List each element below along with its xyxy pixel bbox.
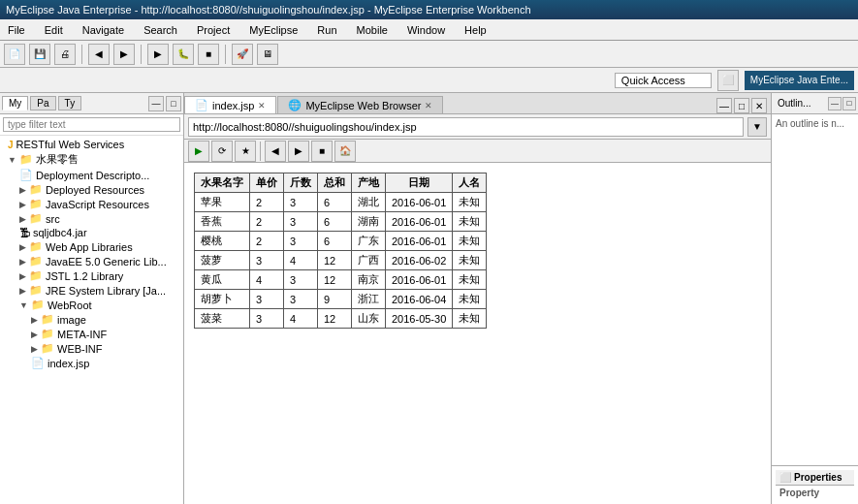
- quick-access-input[interactable]: Quick Access: [615, 73, 712, 88]
- browser-run-btn[interactable]: ▶: [188, 141, 209, 162]
- tab-close-browser[interactable]: ✕: [425, 101, 432, 110]
- cell-5-0: 胡萝卜: [195, 290, 250, 309]
- editor-minimize[interactable]: —: [716, 98, 732, 113]
- title-text: MyEclipse Java Enterprise - http://local…: [6, 4, 531, 16]
- outline-content: An outline is n...: [772, 114, 858, 133]
- menu-help[interactable]: Help: [461, 23, 491, 37]
- tree-item-webroot[interactable]: ▼ 📁 WebRoot: [0, 298, 183, 312]
- cell-6-2: 4: [284, 309, 318, 329]
- panel-maximize[interactable]: □: [166, 96, 181, 111]
- panel-minimize[interactable]: —: [148, 96, 164, 111]
- browser-bar: ▼: [184, 114, 771, 140]
- expand-arrow10: ▶: [31, 315, 38, 325]
- toolbar-run[interactable]: ▶: [147, 44, 169, 65]
- browser-fav[interactable]: ★: [235, 141, 256, 162]
- toolbar-save[interactable]: 💾: [29, 44, 50, 65]
- menu-window[interactable]: Window: [403, 23, 449, 37]
- table-row: 菠萝3412广西2016-06-02未知: [195, 251, 487, 270]
- expand-arrow7: ▶: [19, 271, 26, 281]
- col-name: 水果名字: [195, 173, 250, 193]
- right-maximize[interactable]: □: [842, 97, 856, 110]
- content-area: 水果名字 单价 斤数 总和 产地 日期 人名 苹果236湖北2016-06-01…: [184, 163, 771, 504]
- quick-access-label: Quick Access: [621, 75, 685, 86]
- url-input[interactable]: [188, 117, 744, 137]
- cell-0-3: 6: [318, 193, 352, 212]
- browser-refresh[interactable]: ⟳: [211, 141, 233, 162]
- editor-maximize[interactable]: □: [734, 98, 749, 113]
- browser-stop[interactable]: ■: [311, 141, 333, 162]
- cell-3-2: 4: [284, 251, 318, 270]
- col-person: 人名: [453, 173, 487, 193]
- tree-item-deployment[interactable]: 📄 Deployment Descripto...: [0, 168, 183, 182]
- tree-item-js[interactable]: ▶ 📁 JavaScript Resources: [0, 197, 183, 211]
- tab-ty[interactable]: Ty: [58, 96, 82, 110]
- tab-browser[interactable]: 🌐 MyEclipse Web Browser ✕: [277, 96, 443, 113]
- tree-item-jar[interactable]: 🗜 sqljdbc4.jar: [0, 226, 183, 239]
- toolbar-debug[interactable]: 🐛: [173, 44, 194, 65]
- cell-4-6: 未知: [453, 270, 487, 290]
- cell-2-4: 广东: [352, 232, 386, 251]
- folder-icon12: 📁: [41, 342, 54, 355]
- expand-arrow12: ▶: [31, 344, 38, 354]
- col-origin: 产地: [352, 173, 386, 193]
- expand-arrow3: ▶: [19, 200, 26, 209]
- table-row: 香蕉236湖南2016-06-01未知: [195, 212, 487, 232]
- toolbar-deploy[interactable]: 🚀: [232, 44, 253, 65]
- editor-close[interactable]: ✕: [751, 98, 767, 113]
- toolbar-fwd[interactable]: ▶: [113, 44, 135, 65]
- menu-mobile[interactable]: Mobile: [353, 23, 392, 37]
- tab-pa[interactable]: Pa: [30, 96, 55, 110]
- tab-close-jsp[interactable]: ✕: [258, 101, 266, 110]
- tree-item-shuiguo[interactable]: ▼ 📁 水果零售: [0, 151, 183, 168]
- cell-1-0: 香蕉: [195, 212, 250, 232]
- cell-3-1: 3: [250, 251, 284, 270]
- browser-fwd-btn[interactable]: ▶: [288, 141, 309, 162]
- toolbar-back[interactable]: ◀: [88, 44, 110, 65]
- table-row: 胡萝卜339浙江2016-06-04未知: [195, 290, 487, 309]
- menu-myeclipse[interactable]: MyEclipse: [245, 23, 302, 37]
- tree-item-jstl[interactable]: ▶ 📁 JSTL 1.2 Library: [0, 268, 183, 283]
- toolbar-new[interactable]: 📄: [4, 44, 25, 65]
- menu-search[interactable]: Search: [140, 23, 181, 37]
- browser-home[interactable]: 🏠: [334, 141, 356, 162]
- folder-icon2: 📁: [29, 183, 43, 196]
- tab-indexjsp[interactable]: 📄 index.jsp ✕: [184, 96, 276, 113]
- jsp-icon: 📄: [31, 357, 45, 369]
- toolbar-server[interactable]: 🖥: [257, 44, 278, 65]
- expand-arrow8: ▶: [19, 286, 26, 296]
- tree-item-webapp[interactable]: ▶ 📁 Web App Libraries: [0, 239, 183, 254]
- data-table: 水果名字 单价 斤数 总和 产地 日期 人名 苹果236湖北2016-06-01…: [194, 173, 487, 329]
- tree-item-restful[interactable]: J RESTful Web Services: [0, 138, 183, 151]
- menu-project[interactable]: Project: [193, 23, 234, 37]
- toolbar-print[interactable]: 🖨: [54, 44, 76, 65]
- browser-dropdown[interactable]: ▼: [747, 117, 767, 137]
- cell-3-0: 菠萝: [195, 251, 250, 270]
- outline-tab[interactable]: Outlin...: [774, 97, 814, 110]
- cell-6-0: 菠菜: [195, 309, 250, 329]
- menu-run[interactable]: Run: [313, 23, 340, 37]
- tree-item-deployed[interactable]: ▶ 📁 Deployed Resources: [0, 182, 183, 197]
- browser-back[interactable]: ◀: [265, 141, 286, 162]
- menu-navigate[interactable]: Navigate: [79, 23, 128, 37]
- cell-3-5: 2016-06-02: [386, 251, 453, 270]
- cell-4-0: 黄瓜: [195, 270, 250, 290]
- java-icon: J: [8, 140, 14, 150]
- tree-item-webinf[interactable]: ▶ 📁 WEB-INF: [0, 341, 183, 356]
- tree-item-meta[interactable]: ▶ 📁 META-INF: [0, 327, 183, 341]
- tree-item-jre[interactable]: ▶ 📁 JRE System Library [Ja...: [0, 283, 183, 298]
- filter-input[interactable]: [3, 117, 180, 132]
- col-weight: 斤数: [284, 173, 318, 193]
- tree-item-javaee[interactable]: ▶ 📁 JavaEE 5.0 Generic Lib...: [0, 254, 183, 268]
- tree-item-src[interactable]: ▶ 📁 src: [0, 211, 183, 226]
- tree-item-image[interactable]: ▶ 📁 image: [0, 312, 183, 327]
- tab-my[interactable]: My: [2, 96, 28, 110]
- menu-edit[interactable]: Edit: [41, 23, 67, 37]
- perspective-btn[interactable]: ⬜: [717, 70, 739, 91]
- folder-icon11: 📁: [41, 328, 54, 340]
- toolbar-stop[interactable]: ■: [198, 44, 219, 65]
- right-minimize[interactable]: —: [828, 97, 842, 110]
- tree-item-indexjsp[interactable]: 📄 index.jsp: [0, 356, 183, 370]
- cell-1-6: 未知: [453, 212, 487, 232]
- menu-file[interactable]: File: [4, 23, 29, 37]
- project-tree: J RESTful Web Services ▼ 📁 水果零售 📄 Deploy…: [0, 136, 183, 504]
